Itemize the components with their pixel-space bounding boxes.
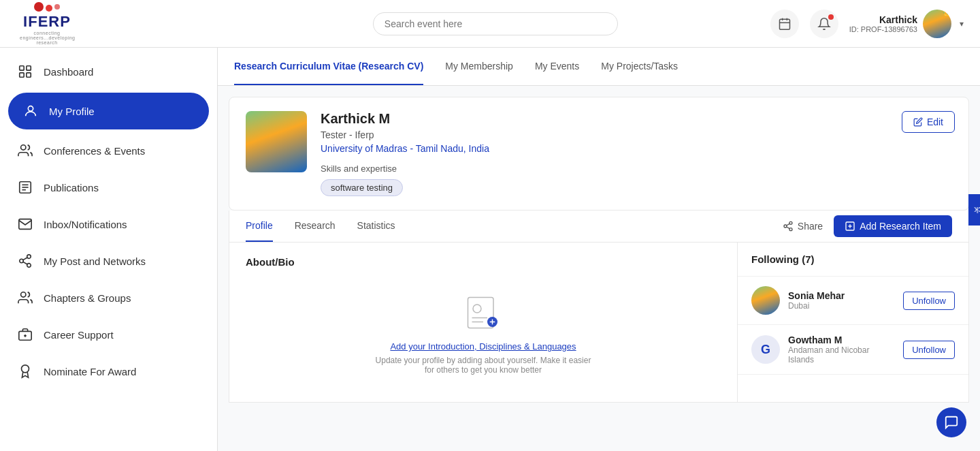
tab-my-projects[interactable]: My Projects/Tasks: [601, 48, 678, 85]
main-layout: Dashboard My Profile Conferences & Event…: [0, 48, 980, 451]
calendar-button[interactable]: [770, 10, 799, 38]
profile-name: Karthick M: [321, 111, 952, 127]
sidebar-item-publications[interactable]: Publications: [0, 169, 217, 206]
sidebar-item-my-profile[interactable]: My Profile: [8, 93, 209, 129]
following-info: Gowtham M Andaman and Nicobar Islands: [788, 335, 895, 364]
crown-icon: 👑: [943, 10, 951, 16]
sidebar-item-label: Publications: [44, 182, 99, 193]
lower-content: About/Bio Add your Introduction, Discipl…: [229, 243, 969, 403]
nominate-icon: [16, 362, 34, 380]
sidebar-item-inbox[interactable]: Inbox/Notifications: [0, 206, 217, 243]
tab-research[interactable]: Research: [295, 211, 336, 242]
profile-card: Karthick M Tester - Iferp University of …: [229, 97, 969, 211]
chat-icon: [944, 415, 959, 430]
svg-point-17: [20, 259, 24, 263]
sidebar-item-nominate[interactable]: Nominate For Award: [0, 353, 217, 390]
profile-tab-actions: Share Add Research Item: [783, 215, 952, 237]
search-input[interactable]: [385, 18, 606, 29]
sidebar-item-career[interactable]: Career Support: [0, 316, 217, 353]
svg-point-21: [21, 292, 26, 297]
header-right: Karthick ID: PROF-13896763 👑 ▾: [770, 10, 964, 38]
publications-icon: [16, 178, 34, 196]
career-icon: [16, 326, 34, 343]
content-tabs: Research Curriculum Vitae (Research CV) …: [218, 48, 980, 86]
tab-research-cv[interactable]: Research Curriculum Vitae (Research CV): [234, 48, 423, 85]
sidebar-item-label: Career Support: [44, 329, 114, 341]
profile-icon: [22, 102, 39, 120]
sidebar-item-dashboard[interactable]: Dashboard: [0, 53, 217, 90]
profile-role: Tester - Iferp: [321, 129, 952, 140]
my-post-icon: [16, 252, 34, 270]
following-info: Sonia Mehar Dubai: [788, 290, 895, 311]
skills-section: Skills and expertise software testing: [321, 164, 952, 196]
sidebar-item-label: Conferences & Events: [44, 145, 145, 157]
following-avatar-sonia: [751, 286, 780, 315]
edit-button[interactable]: Edit: [902, 111, 955, 133]
tab-statistics[interactable]: Statistics: [357, 211, 395, 242]
add-bio-link[interactable]: Add your Introduction, Disciplines & Lan…: [390, 341, 576, 352]
skills-label: Skills and expertise: [321, 164, 952, 174]
svg-point-16: [27, 255, 31, 259]
sidebar-item-conferences[interactable]: Conferences & Events: [0, 132, 217, 169]
sidebar-item-label: Chapters & Groups: [44, 292, 131, 304]
tab-my-events[interactable]: My Events: [535, 48, 579, 85]
about-empty: Add your Introduction, Disciplines & Lan…: [246, 279, 721, 388]
about-section: About/Bio Add your Introduction, Discipl…: [229, 243, 738, 403]
search-box: [373, 12, 618, 35]
empty-bio-icon: [463, 292, 504, 333]
svg-point-26: [789, 221, 792, 224]
svg-point-11: [21, 145, 26, 150]
skill-tag: software testing: [321, 179, 403, 196]
unfollow-button-gowtham[interactable]: Unfollow: [903, 341, 955, 359]
user-id: ID: PROF-13896763: [849, 25, 917, 33]
svg-line-20: [23, 258, 27, 260]
share-button[interactable]: Share: [783, 221, 823, 232]
chevron-down-icon: ▾: [960, 19, 964, 29]
sidebar-item-label: My Post and Networks: [44, 255, 146, 267]
logo[interactable]: IFERP connecting engineers...developing …: [16, 7, 78, 41]
add-research-button[interactable]: Add Research Item: [834, 215, 952, 237]
sidebar: Dashboard My Profile Conferences & Event…: [0, 48, 218, 451]
tab-my-membership[interactable]: My Membership: [445, 48, 513, 85]
svg-line-29: [787, 227, 790, 229]
feedback-tab[interactable]: Feedback: [969, 194, 980, 226]
profile-avatar: [246, 111, 307, 172]
profile-subtabs: Profile Research Statistics Share Add Re…: [229, 211, 969, 243]
tab-profile[interactable]: Profile: [246, 211, 273, 242]
user-name: Karthick: [849, 14, 917, 25]
following-avatar-gowtham: G: [751, 335, 780, 364]
sidebar-item-chapters[interactable]: Chapters & Groups: [0, 279, 217, 316]
following-panel: Following (7) Sonia Mehar Dubai Unfollow…: [738, 243, 969, 403]
svg-point-10: [28, 106, 33, 111]
chapters-icon: [16, 289, 34, 307]
feedback-label: Feedback: [975, 205, 980, 215]
notifications-button[interactable]: [810, 10, 838, 38]
user-info[interactable]: Karthick ID: PROF-13896763 👑 ▾: [849, 10, 964, 38]
search-area: [234, 12, 757, 35]
share-label: Share: [798, 221, 823, 232]
profile-info: Karthick M Tester - Iferp University of …: [321, 111, 952, 196]
inbox-icon: [16, 215, 34, 233]
following-item: Sonia Mehar Dubai Unfollow: [738, 277, 968, 325]
sidebar-item-label: Nominate For Award: [44, 366, 136, 377]
svg-point-25: [22, 365, 29, 373]
sidebar-item-label: Inbox/Notifications: [44, 219, 127, 230]
add-research-label: Add Research Item: [860, 221, 941, 232]
svg-point-18: [27, 264, 31, 268]
following-location: Andaman and Nicobar Islands: [788, 345, 895, 364]
about-empty-text: Update your profile by adding about your…: [374, 356, 592, 375]
svg-rect-2: [779, 19, 789, 29]
following-name: Gowtham M: [788, 335, 895, 345]
user-details: Karthick ID: PROF-13896763: [849, 14, 917, 33]
notification-dot: [828, 14, 834, 20]
svg-line-19: [23, 262, 27, 264]
svg-point-28: [789, 228, 792, 231]
sidebar-item-label: My Profile: [49, 106, 95, 117]
sidebar-item-label: Dashboard: [44, 66, 93, 78]
following-header: Following (7): [738, 243, 968, 277]
svg-point-27: [784, 225, 787, 228]
sidebar-item-my-post[interactable]: My Post and Networks: [0, 243, 217, 279]
chat-button[interactable]: [936, 407, 966, 437]
logo-area: IFERP connecting engineers...developing …: [16, 7, 234, 41]
unfollow-button-sonia[interactable]: Unfollow: [903, 292, 955, 310]
